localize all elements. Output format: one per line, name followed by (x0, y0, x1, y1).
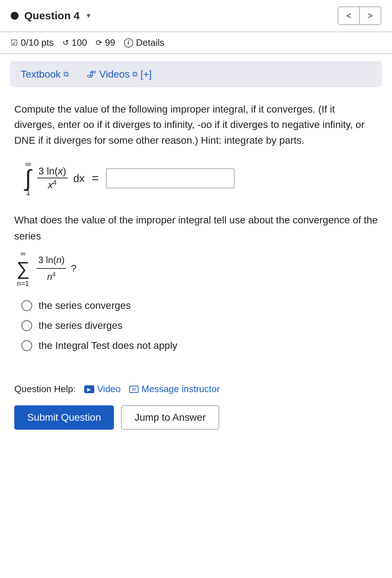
equals-sign: = (92, 171, 99, 185)
series-section: What does the value of the improper inte… (14, 212, 378, 290)
retry-icon: ⟳ (96, 38, 102, 48)
sigma-upper: ∞ (20, 248, 25, 259)
main-content: Compute the value of the following impro… (0, 94, 392, 578)
submit-question-button[interactable]: Submit Question (14, 405, 114, 430)
sigma-lower: n=1 (17, 278, 29, 289)
header-left: Question 4 ▼ (11, 10, 92, 22)
radio-item-diverges[interactable]: the series diverges (21, 320, 378, 331)
integral-symbol-wrap: ∞ ∫ 1 (25, 159, 31, 198)
answer-input[interactable] (106, 168, 235, 188)
retry-item: ⟳ 99 (96, 37, 115, 48)
sigma-notation: ∞ ∑ n=1 (16, 248, 30, 289)
action-buttons: Submit Question Jump to Answer (14, 405, 378, 444)
message-icon: ✉ (129, 386, 139, 393)
nav-buttons: < > (338, 6, 381, 25)
add-label[interactable]: [+] (140, 69, 152, 80)
history-item: ↺ 100 (62, 37, 87, 48)
retry-value: 99 (105, 37, 115, 48)
series-question-text: What does the value of the improper inte… (14, 212, 378, 244)
textbook-link[interactable]: Textbook ⧉ (21, 69, 69, 80)
jump-to-answer-button[interactable]: Jump to Answer (121, 405, 219, 430)
radio-button-converges[interactable] (21, 300, 32, 311)
points-icon: ☑ (11, 38, 18, 48)
points-label: 0/10 pts (21, 37, 54, 48)
question-dropdown[interactable]: ▼ (85, 12, 92, 20)
videos-link[interactable]: 🖇 Videos ⧉ [+] (86, 68, 152, 80)
series-question-mark: ? (71, 261, 77, 277)
integral-denominator: x4 (46, 178, 58, 191)
message-label: Message instructor (141, 384, 220, 395)
integral-fraction: 3 ln(x) x4 (37, 166, 68, 191)
nav-next-button[interactable]: > (360, 7, 381, 24)
radio-button-not-apply[interactable] (21, 340, 32, 351)
meta-bar: ☑ 0/10 pts ↺ 100 ⟳ 99 i Details (0, 32, 392, 54)
videos-ext-icon: ⧉ (132, 70, 137, 78)
integral-upper-bound: ∞ (25, 159, 31, 169)
question-status-dot (11, 12, 19, 20)
problem-description: Compute the value of the following impro… (14, 102, 378, 148)
points-item: ☑ 0/10 pts (11, 37, 54, 48)
sigma-symbol: ∑ (16, 259, 30, 278)
help-label: Question Help: (14, 384, 76, 395)
integral-lower-bound: 1 (26, 188, 30, 197)
integral-section: ∞ ∫ 1 3 ln(x) x4 dx = (25, 159, 378, 198)
integral-formula: ∞ ∫ 1 3 ln(x) x4 dx (25, 159, 85, 198)
nav-prev-button[interactable]: < (338, 7, 360, 24)
history-value: 100 (72, 37, 87, 48)
question-title: Question 4 (24, 10, 80, 22)
resources-bar: Textbook ⧉ 🖇 Videos ⧉ [+] (10, 61, 382, 87)
video-help-link[interactable]: ▶ Video (84, 384, 121, 395)
header-bar: Question 4 ▼ < > (0, 0, 392, 32)
integral-numerator: 3 ln(x) (37, 166, 68, 178)
radio-label-diverges: the series diverges (39, 320, 122, 331)
radio-label-not-apply: the Integral Test does not apply (39, 340, 177, 351)
history-icon: ↺ (62, 38, 69, 48)
textbook-label: Textbook (21, 69, 61, 80)
videos-label: Videos (99, 69, 130, 80)
series-fraction: 3 ln(n) n4 (37, 253, 66, 285)
radio-item-converges[interactable]: the series converges (21, 300, 378, 311)
series-line: What does the value of the improper inte… (14, 212, 378, 290)
radio-group: the series converges the series diverges… (21, 300, 378, 351)
integral-symbol: ∫ (25, 168, 31, 189)
problem-description-text: Compute the value of the following impro… (14, 104, 365, 146)
question-help: Question Help: ▶ Video ✉ Message instruc… (14, 384, 378, 395)
textbook-ext-icon: ⧉ (64, 70, 69, 78)
paperclip-icon: 🖇 (86, 68, 96, 80)
radio-button-diverges[interactable] (21, 320, 32, 331)
details-item[interactable]: i Details (124, 37, 164, 48)
series-denominator: n4 (46, 269, 57, 285)
radio-label-converges: the series converges (39, 300, 131, 311)
radio-item-not-apply[interactable]: the Integral Test does not apply (21, 340, 378, 351)
series-numerator: 3 ln(n) (37, 253, 66, 269)
info-icon: i (124, 38, 133, 48)
integral-dx: dx (73, 172, 85, 184)
message-instructor-link[interactable]: ✉ Message instructor (129, 384, 220, 395)
video-icon: ▶ (84, 385, 94, 393)
details-label[interactable]: Details (136, 37, 164, 48)
video-label: Video (97, 384, 121, 395)
